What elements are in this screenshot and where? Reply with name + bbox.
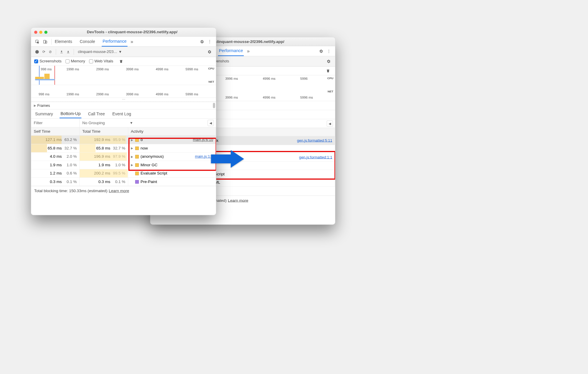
more-tabs-icon[interactable]: » [247, 48, 249, 54]
time-pct: 63.2 % [64, 137, 77, 142]
col-totaltime[interactable]: Total Time [80, 127, 128, 136]
blocking-time-label: Total blocking time: 150.33ms (estimated… [34, 189, 107, 193]
ruler-tick: 4998 ms [156, 92, 169, 96]
disclosure-triangle-icon[interactable]: ▶ [131, 163, 134, 167]
capture-options: ✓Screenshots Memory Web Vitals [31, 57, 216, 66]
source-link[interactable]: main.js:1:1 [195, 154, 213, 159]
dropdown-chevron-icon: ▾ [130, 120, 132, 125]
flamechart-ruler[interactable]: 998 ms 1998 ms 2998 ms 3998 ms 4998 ms 5… [31, 91, 216, 98]
resize-handle[interactable]: ⋯ [31, 98, 216, 102]
rendering-icon [135, 180, 139, 184]
activity-row[interactable]: ▶ o main.js:6:10 [128, 136, 216, 144]
time-pct: 0.1 % [112, 179, 125, 184]
zoom-icon[interactable] [44, 31, 48, 34]
kebab-icon[interactable]: ⋮ [207, 39, 212, 44]
source-link[interactable]: main.js:6:10 [193, 138, 213, 142]
ruler-tick: 3996 ms [225, 96, 238, 99]
trash-icon[interactable] [119, 59, 124, 64]
filter-bar: Filter No Grouping▾ ◀ [31, 119, 216, 127]
perf-toolbar: ⟳ ⊘ clinquant-mousse-2f23… ▼ [31, 47, 216, 57]
activity-row[interactable]: ▶ now [128, 144, 216, 153]
screenshots-checkbox[interactable]: ✓Screenshots [34, 59, 61, 64]
time-ms: 1.9 ms [98, 163, 110, 167]
col-activity[interactable]: Activity [128, 127, 216, 136]
label: Memory [71, 59, 85, 64]
time-ms: 4.0 ms [50, 154, 62, 159]
source-link[interactable]: gen.js:formatted:5:11 [297, 138, 332, 143]
grouping-selector[interactable]: No Grouping▾ [80, 119, 135, 127]
activity-name: Minor GC [141, 163, 158, 167]
url-selector-label[interactable]: clinquant-mousse-2f23… [78, 50, 117, 54]
frames-track[interactable]: ▶ Frames [31, 102, 216, 109]
col-selftime[interactable]: Self Time [31, 127, 80, 136]
disclosure-triangle-icon[interactable]: ▶ [34, 104, 36, 107]
disclosure-triangle-icon[interactable]: ▶ [131, 138, 134, 142]
learn-more-link[interactable]: Learn more [109, 189, 129, 193]
activity-row[interactable]: ▶ Minor GC [128, 161, 216, 169]
more-tabs-icon[interactable]: » [131, 39, 133, 45]
tab-eventlog[interactable]: Event Log [111, 109, 132, 118]
inspect-icon[interactable] [35, 39, 40, 44]
time-pct: 32.7 % [112, 146, 125, 151]
collapse-button[interactable]: ◀ [208, 120, 214, 126]
bottomup-table: Self Time Total Time Activity 127.1 ms63… [31, 127, 216, 186]
script-icon [135, 147, 139, 150]
gear-icon[interactable] [199, 39, 204, 44]
tab-elements[interactable]: Elements [54, 37, 73, 47]
disclosure-triangle-icon[interactable]: ▶ [131, 155, 134, 158]
ruler-tick: 5996 ms [300, 96, 313, 99]
totaltime-cell: 65.8 ms32.7 % [80, 144, 128, 153]
gear-icon[interactable] [318, 49, 324, 54]
tab-summary[interactable]: Summary [34, 109, 54, 118]
memory-checkbox[interactable]: Memory [66, 59, 85, 64]
device-toggle-icon[interactable] [43, 39, 48, 44]
traffic-lights[interactable] [34, 31, 47, 34]
ruler-tick: 5998 ms [186, 92, 198, 96]
close-icon[interactable] [34, 31, 37, 34]
reload-button[interactable]: ⟳ [40, 50, 47, 54]
tab-performance[interactable]: Performance [218, 46, 244, 56]
record-button[interactable] [34, 50, 41, 54]
ruler-tick: 998 ms [41, 67, 52, 71]
script-icon [135, 163, 139, 167]
load-profile-button[interactable] [58, 50, 65, 54]
selftime-cell: 1.2 ms0.6 % [31, 169, 80, 178]
filter-input[interactable]: Filter [31, 119, 80, 127]
collapse-button[interactable]: ◀ [327, 120, 333, 127]
gear-icon[interactable] [326, 59, 331, 64]
checkbox-off-icon [89, 59, 93, 63]
activity-row[interactable]: ▶ Evaluate Script [128, 169, 216, 178]
tab-performance[interactable]: Performance [102, 37, 128, 47]
net-label: NET [328, 89, 334, 94]
webvitals-checkbox[interactable]: Web Vitals [89, 59, 113, 64]
trash-icon[interactable] [325, 68, 331, 73]
scrollbar-thumb[interactable] [213, 103, 215, 108]
svg-rect-4 [67, 53, 69, 53]
bottom-tabs: Summary Bottom-Up Call Tree Event Log [31, 109, 216, 119]
gear-icon[interactable] [207, 49, 212, 54]
activity-name: Pre-Paint [141, 179, 157, 184]
overview-ruler[interactable]: 998 ms 1998 ms 2998 ms 3998 ms 4998 ms 5… [31, 66, 216, 73]
tab-calltree[interactable]: Call Tree [87, 109, 106, 118]
dropdown-chevron-icon[interactable]: ▼ [119, 50, 122, 54]
learn-more-link[interactable]: Learn more [228, 198, 248, 203]
kebab-icon[interactable]: ⋮ [326, 49, 332, 54]
time-ms: 1.9 ms [50, 163, 62, 167]
save-profile-button[interactable] [65, 50, 72, 54]
cpu-label: CPU [208, 67, 214, 71]
activity-row[interactable]: ▶ Pre-Paint [128, 178, 216, 186]
time-pct: 2.0 % [64, 154, 77, 159]
checkbox-on-icon: ✓ [34, 59, 38, 63]
activity-row[interactable]: ▶ (anonymous) main.js:1:1 [128, 152, 216, 161]
cpu-overview[interactable]: NET [31, 72, 216, 85]
disclosure-triangle-icon[interactable]: ▶ [131, 147, 134, 150]
tab-console[interactable]: Console [79, 37, 96, 47]
clear-button[interactable]: ⊘ [47, 50, 54, 54]
tab-bottomup[interactable]: Bottom-Up [60, 109, 81, 118]
minimize-icon[interactable] [39, 31, 43, 34]
totaltime-cell: 0.3 ms0.1 % [80, 178, 128, 186]
source-link[interactable]: gen.js:formatted:1:1 [299, 155, 332, 159]
ruler-tick: 1998 ms [66, 67, 79, 71]
totaltime-cell: 1.9 ms1.0 % [80, 161, 128, 169]
window-titlebar[interactable]: DevTools - clinquant-mousse-2f2396.netli… [31, 28, 216, 37]
